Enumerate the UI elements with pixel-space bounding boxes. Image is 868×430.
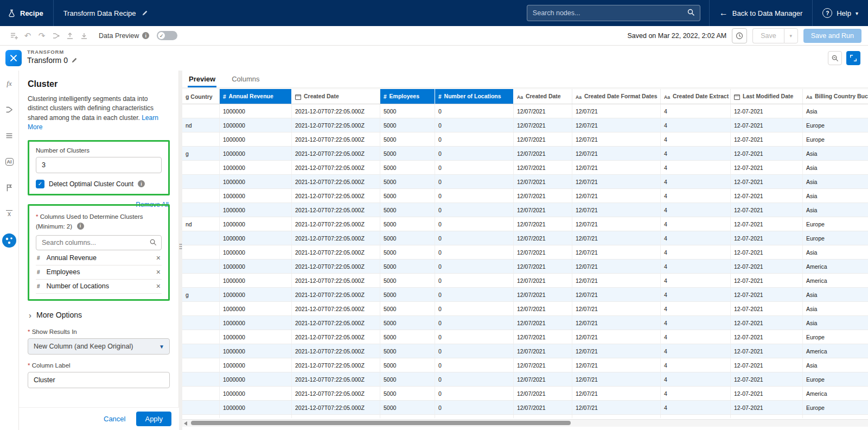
table-body: 10000002021-12-07T07:22:05.000Z5000012/0… — [182, 104, 868, 419]
number-type-icon — [37, 282, 40, 290]
back-to-data-manager-button[interactable]: ← Back to Data Manager — [710, 0, 812, 26]
column-header-annual-revenue[interactable]: Annual Revenue — [220, 89, 292, 104]
table-cell: 12/07/21 — [572, 344, 661, 358]
info-icon[interactable]: i — [138, 180, 145, 187]
table-cell: 12/07/21 — [572, 189, 661, 203]
table-cell: 5000 — [380, 330, 435, 344]
table-cell — [182, 104, 220, 118]
undo-icon[interactable]: ↶ — [21, 29, 35, 42]
table-cell: 12-07-2021 — [731, 387, 803, 401]
column-header-label: g Country — [186, 93, 213, 100]
table-cell: 4 — [661, 217, 731, 231]
save-label: Save — [761, 32, 776, 40]
table-cell: 4 — [661, 302, 731, 316]
table-cell: 5000 — [380, 189, 435, 203]
zoom-button[interactable] — [828, 51, 842, 65]
table-cell: 5000 — [380, 161, 435, 175]
remove-column-icon[interactable]: × — [156, 282, 161, 290]
flag-icon[interactable] — [3, 181, 16, 194]
edit-title-icon[interactable] — [142, 10, 148, 16]
more-options-toggle[interactable]: › More Options — [29, 311, 170, 320]
column-header-last-modified-date[interactable]: Last Modified Date — [731, 89, 803, 104]
bucket-icon[interactable] — [3, 129, 16, 142]
table-cell: 4 — [661, 344, 731, 358]
search-columns-input[interactable] — [36, 235, 162, 250]
column-header-number-of-locations[interactable]: Number of Locations — [435, 89, 514, 104]
edit-node-name-icon[interactable] — [71, 57, 78, 64]
scroll-left-icon[interactable] — [184, 421, 187, 426]
search-nodes-box — [527, 5, 700, 21]
table-cell: 12-07-2021 — [731, 175, 803, 189]
search-nodes-input[interactable] — [527, 9, 700, 17]
info-icon[interactable]: i — [77, 223, 84, 230]
table-cell: nd — [182, 217, 220, 231]
horizontal-scrollbar[interactable] — [182, 419, 868, 427]
cluster-icon[interactable] — [2, 233, 16, 248]
table-cell — [182, 316, 220, 330]
anomaly-icon[interactable]: x — [3, 207, 16, 220]
add-node-icon[interactable] — [7, 29, 21, 42]
expand-button[interactable] — [846, 51, 860, 65]
column-header-created-date-format-dates[interactable]: Created Date Format Dates — [572, 89, 661, 104]
table-cell: 12/07/21 — [572, 161, 661, 175]
table-cell: 0 — [435, 330, 514, 344]
table-cell: 12/07/21 — [572, 118, 661, 132]
column-header-employees[interactable]: Employees — [380, 89, 435, 104]
table-cell: 0 — [435, 415, 514, 419]
cluster-config-panel: Cluster Clustering intelligently segment… — [19, 71, 179, 430]
table-cell: Asia — [803, 203, 868, 217]
remove-column-icon[interactable]: × — [156, 268, 161, 276]
column-label-label: Column Label — [28, 362, 170, 369]
text-type-icon — [576, 93, 582, 100]
info-icon[interactable]: i — [142, 32, 149, 39]
save-button[interactable]: Save — [752, 28, 784, 43]
table-cell: 5000 — [380, 147, 435, 161]
help-label: Help — [837, 9, 851, 17]
number-of-clusters-input[interactable] — [36, 157, 162, 173]
ai-icon[interactable]: AI — [3, 155, 16, 168]
table-cell: 12/07/2021 — [514, 330, 572, 344]
redo-icon[interactable]: ↷ — [35, 29, 49, 42]
scrollbar-thumb[interactable] — [191, 421, 571, 425]
save-dropdown-button[interactable]: ▾ — [784, 28, 798, 43]
table-cell: 2021-12-07T07:22:05.000Z — [292, 372, 380, 387]
upload-icon[interactable] — [63, 29, 77, 42]
data-preview-toggle[interactable]: ✓ — [157, 31, 177, 40]
help-menu[interactable]: ? Help ▾ — [813, 0, 868, 26]
search-icon[interactable] — [687, 8, 695, 17]
remove-column-icon[interactable]: × — [156, 254, 161, 262]
tab-preview[interactable]: Preview — [188, 75, 216, 87]
formula-icon[interactable]: fx — [3, 77, 16, 90]
table-cell: 1000000 — [220, 274, 292, 288]
apply-button[interactable]: Apply — [136, 412, 171, 426]
recipe-title-bar: Transform Data Recipe — [54, 0, 158, 26]
branch-icon[interactable] — [49, 29, 63, 42]
tab-columns[interactable]: Columns — [231, 75, 260, 87]
table-cell: g — [182, 147, 220, 161]
table-cell: 1000000 — [220, 344, 292, 358]
table-cell: 12-07-2021 — [731, 274, 803, 288]
content-area: fx AI x Cluster Clustering intelligently… — [0, 71, 868, 430]
table-cell: 12-07-2021 — [731, 358, 803, 372]
table-cell: Asia — [803, 358, 868, 372]
download-icon[interactable] — [77, 29, 91, 42]
table-cell: Asia — [803, 147, 868, 161]
detect-optimal-checkbox[interactable]: ✓ — [36, 180, 44, 188]
history-button[interactable] — [732, 28, 747, 43]
table-cell — [182, 203, 220, 217]
table-cell: 4 — [661, 104, 731, 118]
column-header-g-country[interactable]: g Country — [182, 89, 220, 104]
table-cell — [182, 387, 220, 401]
split-icon[interactable] — [3, 103, 16, 116]
selected-column-label: Annual Revenue — [47, 254, 152, 262]
save-and-run-button[interactable]: Save and Run — [803, 29, 861, 43]
column-header-billing-country-bucket[interactable]: Billing Country Bucket — [803, 89, 868, 104]
column-header-created-date[interactable]: Created Date — [514, 89, 572, 104]
table-row: 10000002021-12-07T07:22:05.000Z5000012/0… — [182, 344, 868, 358]
show-results-select[interactable]: New Column (and Keep Original) ▼ — [28, 338, 170, 355]
column-header-created-date[interactable]: Created Date — [292, 89, 380, 104]
column-header-created-date-extract[interactable]: Created Date Extract — [661, 89, 731, 104]
column-label-input[interactable] — [28, 372, 170, 388]
cancel-button[interactable]: Cancel — [98, 412, 131, 426]
table-cell: 2021-12-07T07:22:05.000Z — [292, 344, 380, 358]
